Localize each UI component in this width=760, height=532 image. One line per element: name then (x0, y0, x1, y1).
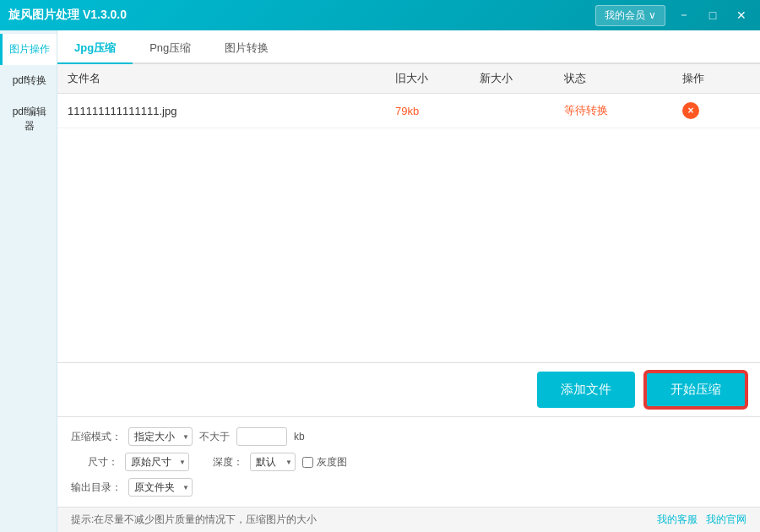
compress-mode-select[interactable]: 指定大小 指定质量 (128, 427, 193, 446)
size-unit-label: kb (294, 431, 305, 442)
col-action: 操作 (682, 71, 750, 86)
main-container: 图片操作 pdf转换 pdf编辑器 Jpg压缩 Png压缩 图片转换 文件名 (0, 30, 760, 532)
official-site-link[interactable]: 我的官网 (706, 513, 746, 527)
cell-old-size: 79kb (395, 105, 480, 117)
grayscale-checkbox[interactable] (302, 457, 313, 468)
footer-tip: 提示:在尽量不减少图片质量的情况下，压缩图片的大小 (71, 513, 317, 527)
member-label: 我的会员 (605, 8, 645, 23)
output-dir-select[interactable]: 原文件夹 自定义 (128, 478, 193, 497)
col-old-size: 旧大小 (395, 71, 480, 86)
depth-label: 深度： (196, 455, 243, 470)
footer: 提示:在尽量不减少图片质量的情况下，压缩图片的大小 我的客服 我的官网 (57, 507, 760, 532)
file-table: 文件名 旧大小 新大小 状态 操作 111111111111111.jpg 79… (57, 64, 760, 363)
tab-bar: Jpg压缩 Png压缩 图片转换 (57, 30, 760, 64)
table-row: 111111111111111.jpg 79kb 等待转换 × (57, 94, 760, 128)
col-filename: 文件名 (68, 71, 395, 86)
cell-filename: 111111111111111.jpg (68, 105, 395, 117)
sidebar: 图片操作 pdf转换 pdf编辑器 (0, 30, 57, 532)
tab-png[interactable]: Png压缩 (133, 34, 208, 64)
dimension-row: 尺寸： 原始尺寸 自定义 深度： 默认 8位 16位 (71, 453, 746, 471)
compress-mode-wrapper: 指定大小 指定质量 (128, 427, 193, 446)
footer-links: 我的客服 我的官网 (657, 513, 746, 527)
cell-action: × (682, 102, 750, 119)
compress-mode-row: 压缩模式： 指定大小 指定质量 不大于 kb (71, 427, 746, 446)
tab-convert[interactable]: 图片转换 (208, 34, 285, 64)
depth-wrapper: 默认 8位 16位 (250, 453, 296, 471)
close-button[interactable]: ✕ (731, 5, 752, 25)
chevron-down-icon: ∨ (649, 9, 656, 21)
tab-jpg[interactable]: Jpg压缩 (57, 34, 133, 64)
grayscale-wrapper: 灰度图 (302, 455, 347, 470)
maximize-button[interactable]: □ (703, 5, 723, 25)
delete-file-button[interactable]: × (682, 102, 699, 119)
settings-area: 压缩模式： 指定大小 指定质量 不大于 kb 尺寸： 原始尺寸 自定义 (57, 417, 760, 507)
title-bar-controls: 我的会员 ∨ － □ ✕ (595, 5, 752, 26)
title-bar: 旋风图片处理 V1.3.0.0 我的会员 ∨ － □ ✕ (0, 0, 760, 30)
col-status: 状态 (564, 71, 682, 86)
size-input[interactable] (236, 427, 287, 446)
member-button[interactable]: 我的会员 ∨ (595, 5, 665, 26)
customer-service-link[interactable]: 我的客服 (657, 513, 698, 527)
sidebar-item-pdf-convert[interactable]: pdf转换 (0, 65, 57, 96)
content-area: Jpg压缩 Png压缩 图片转换 文件名 旧大小 新大小 状态 操作 11111… (57, 30, 760, 532)
table-header: 文件名 旧大小 新大小 状态 操作 (57, 64, 760, 94)
grayscale-label: 灰度图 (317, 455, 347, 470)
sidebar-item-pdf-editor[interactable]: pdf编辑器 (0, 96, 57, 142)
dimension-label: 尺寸： (71, 455, 118, 470)
output-dir-wrapper: 原文件夹 自定义 (128, 478, 193, 497)
col-new-size: 新大小 (480, 71, 564, 86)
add-file-button[interactable]: 添加文件 (537, 372, 635, 408)
cell-status: 等待转换 (564, 103, 682, 118)
dimension-select[interactable]: 原始尺寸 自定义 (125, 453, 189, 471)
compress-mode-label: 压缩模式： (71, 430, 122, 444)
minimize-button[interactable]: － (674, 5, 694, 25)
action-bar: 添加文件 开始压缩 (57, 363, 760, 417)
not-more-than-label: 不大于 (199, 430, 230, 444)
start-compress-button[interactable]: 开始压缩 (645, 372, 746, 408)
depth-select[interactable]: 默认 8位 16位 (250, 453, 296, 471)
app-title: 旋风图片处理 V1.3.0.0 (8, 8, 127, 23)
output-dir-row: 输出目录： 原文件夹 自定义 (71, 478, 746, 497)
output-dir-label: 输出目录： (71, 480, 122, 495)
dimension-wrapper: 原始尺寸 自定义 (125, 453, 189, 471)
sidebar-item-image-op[interactable]: 图片操作 (0, 34, 57, 65)
